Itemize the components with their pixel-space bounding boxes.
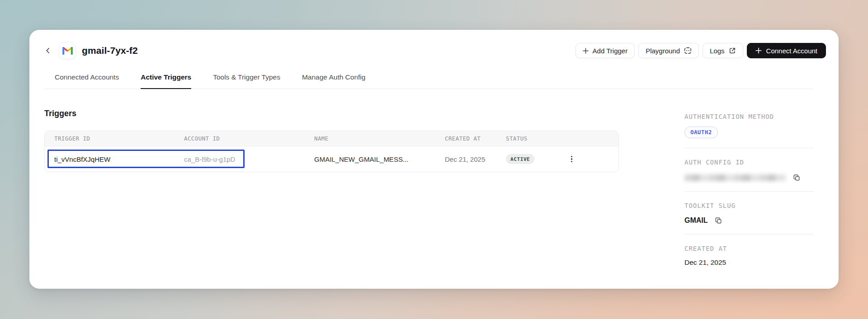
playground-sandbox-icon: [684, 47, 692, 54]
table-header-row: TRIGGER ID ACCOUNT ID NAME CREATED AT ST…: [45, 131, 618, 146]
tab-manage-auth-config[interactable]: Manage Auth Config: [302, 73, 365, 89]
main-panel: Triggers TRIGGER ID ACCOUNT ID NAME CREA…: [29, 89, 684, 267]
copy-auth-config-id-button[interactable]: [793, 174, 801, 182]
cell-created-at: Dec 21, 2025: [445, 155, 506, 163]
toolkit-slug-section: TOOLKIT SLUG GMAIL: [684, 202, 814, 225]
column-header-account-id: ACCOUNT ID: [184, 135, 314, 142]
auth-config-id-label: AUTH CONFIG ID: [684, 159, 814, 166]
column-header-name: NAME: [314, 135, 445, 142]
row-actions-menu-button[interactable]: [568, 153, 575, 165]
toolkit-slug-label: TOOLKIT SLUG: [684, 202, 814, 209]
auth-config-section: AUTH CONFIG ID: [684, 159, 814, 182]
tab-active-triggers[interactable]: Active Triggers: [141, 73, 191, 89]
chevron-left-icon: [44, 47, 52, 54]
plus-icon-white: [755, 47, 762, 54]
sidebar-divider: [684, 148, 814, 148]
add-trigger-label: Add Trigger: [593, 47, 628, 55]
column-header-status: STATUS: [506, 135, 570, 142]
auth-method-label: AUTHENTICATION METHOD: [684, 113, 814, 120]
copy-toolkit-slug-button[interactable]: [714, 216, 722, 225]
external-link-icon: [729, 47, 736, 54]
kebab-icon: [571, 156, 572, 157]
tab-connected-accounts[interactable]: Connected Accounts: [55, 73, 119, 89]
toolkit-slug-value: GMAIL: [684, 216, 708, 225]
status-badge: ACTIVE: [506, 154, 534, 164]
column-header-trigger-id: TRIGGER ID: [45, 135, 184, 142]
tab-tools-trigger-types[interactable]: Tools & Trigger Types: [213, 73, 280, 89]
created-at-section: CREATED AT Dec 21, 2025: [684, 245, 814, 267]
tab-bar: Connected Accounts Active Triggers Tools…: [44, 73, 814, 89]
plus-icon: [583, 48, 589, 54]
header-left: gmail-7yx-f2: [43, 42, 138, 59]
content-area: Triggers TRIGGER ID ACCOUNT ID NAME CREA…: [29, 89, 839, 267]
gmail-logo-icon: [59, 42, 76, 59]
cell-name: GMAIL_NEW_GMAIL_MESS...: [314, 155, 445, 163]
created-at-label: CREATED AT: [684, 245, 814, 252]
connect-account-button[interactable]: Connect Account: [747, 43, 826, 58]
column-header-created-at: CREATED AT: [445, 135, 506, 142]
cell-trigger-id[interactable]: ti_vVncBfXJqHEW: [45, 155, 184, 163]
auth-config-id-redacted-value: [684, 174, 786, 181]
header-actions: Add Trigger Playground Logs: [576, 43, 826, 58]
created-at-value: Dec 21, 2025: [684, 258, 814, 267]
logs-label: Logs: [710, 47, 725, 55]
card-header: gmail-7yx-f2 Add Trigger Playground: [29, 30, 839, 59]
logs-button[interactable]: Logs: [703, 43, 743, 58]
auth-method-section: AUTHENTICATION METHOD OAUTH2: [684, 113, 814, 138]
integration-card: gmail-7yx-f2 Add Trigger Playground: [29, 30, 839, 289]
back-button[interactable]: [43, 46, 53, 56]
copy-icon: [793, 174, 801, 182]
connect-account-label: Connect Account: [766, 47, 817, 55]
triggers-table: TRIGGER ID ACCOUNT ID NAME CREATED AT ST…: [44, 131, 619, 172]
playground-button[interactable]: Playground: [638, 43, 699, 58]
sidebar-divider: [684, 191, 814, 192]
add-trigger-button[interactable]: Add Trigger: [576, 43, 635, 58]
page-title: gmail-7yx-f2: [82, 45, 138, 56]
playground-label: Playground: [646, 47, 680, 55]
table-row[interactable]: ti_vVncBfXJqHEW ca_B-l9b-u-g1pD GMAIL_NE…: [45, 146, 618, 172]
cell-status: ACTIVE: [506, 154, 570, 164]
sidebar-divider: [684, 234, 814, 235]
cell-account-id[interactable]: ca_B-l9b-u-g1pD: [184, 155, 314, 163]
details-sidebar: AUTHENTICATION METHOD OAUTH2 AUTH CONFIG…: [684, 89, 814, 267]
auth-method-badge: OAUTH2: [684, 127, 718, 138]
section-title: Triggers: [44, 109, 684, 118]
copy-icon: [714, 216, 722, 225]
